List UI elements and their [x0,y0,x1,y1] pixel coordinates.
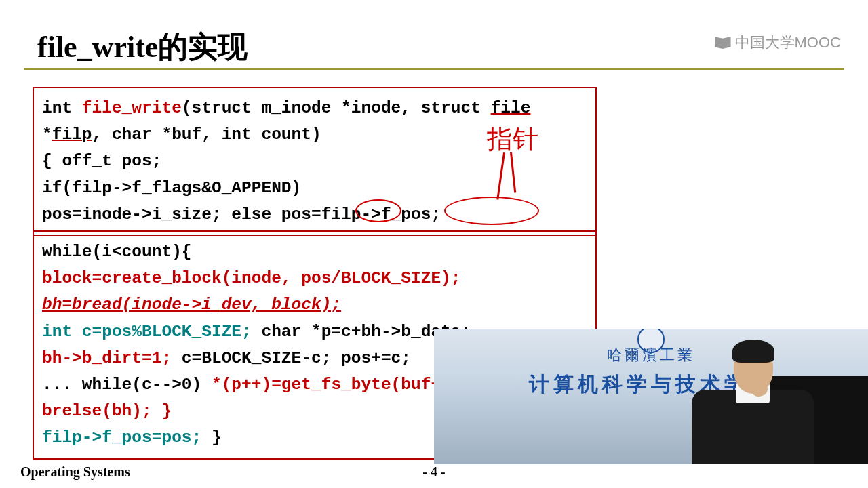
code-text: filp [52,125,92,144]
code-text: c=BLOCK_SIZE-c; pos+=c; [172,349,411,367]
code-text: } [201,428,221,447]
code-text: bh->b_dirt=1; [42,349,172,367]
code-text: if(filp->f_flags&O_APPEND) [42,175,587,201]
book-icon [715,37,731,49]
code-text: , char *buf, int count) [92,125,321,144]
code-text: ... while(c-->0) [42,375,212,394]
code-text: pos=filp->f_pos; [281,205,441,224]
logo-text: 中国大学MOOC [735,33,841,53]
footer-page: - 4 - [422,464,445,480]
presenter-figure [671,329,827,464]
footer-course: Operating Systems [20,464,130,480]
handwritten-annotation: 指针 [487,122,538,157]
code-text: *(p++)=get_fs_byte(buf++); [212,375,471,394]
code-block-1: int file_write(struct m_inode *inode, st… [33,87,597,236]
title-underline [24,68,844,70]
code-text: file_write [82,99,182,117]
code-text: (struct m_inode *inode, struct [182,99,491,117]
presenter-video: 哈爾濱工業 计算机科学与技术学院 [434,329,868,464]
code-text: pos=inode->i_size; else [42,205,281,224]
code-text: filp->f_pos=pos; [42,428,201,447]
code-text: while(i<count){ [42,239,587,265]
code-text: bh=bread(inode->i_dev, block); [42,291,587,318]
code-text: * [42,125,52,144]
code-text: block=create_block(inode, pos/BLOCK_SIZE… [42,265,587,291]
slide-title: file_write的实现 [37,27,248,67]
code-text: int c=pos%BLOCK_SIZE; [42,323,252,341]
code-text: file [491,99,531,117]
code-text: int [42,99,82,117]
mooc-logo: 中国大学MOOC [715,33,841,53]
